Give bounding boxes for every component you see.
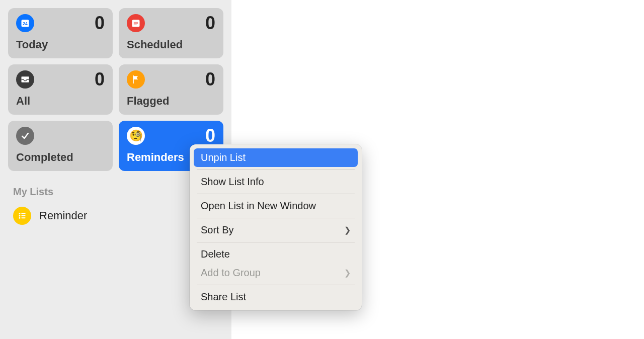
- card-label: Scheduled: [127, 38, 215, 51]
- menu-item-label: Unpin List: [201, 152, 246, 163]
- menu-item-delete[interactable]: Delete: [194, 245, 358, 264]
- list-bullet-icon: [13, 207, 31, 225]
- card-top: 24 0: [16, 14, 105, 32]
- menu-item-add-to-group: Add to Group ❯: [194, 264, 358, 282]
- chevron-right-icon: ❯: [344, 268, 351, 278]
- menu-item-sort-by[interactable]: Sort By ❯: [194, 221, 358, 239]
- card-label: Flagged: [127, 95, 215, 108]
- svg-point-9: [19, 215, 21, 217]
- svg-rect-3: [132, 20, 140, 27]
- card-label: All: [16, 95, 105, 108]
- context-menu: Unpin List Show List Info Open List in N…: [190, 144, 362, 310]
- card-top: 0: [16, 70, 105, 89]
- svg-rect-10: [21, 215, 25, 216]
- card-top: 0: [127, 14, 215, 32]
- menu-item-label: Open List in New Window: [201, 200, 316, 212]
- svg-rect-8: [21, 213, 25, 214]
- card-top: 🧐 0: [127, 127, 215, 145]
- card-count: 0: [205, 14, 215, 32]
- chevron-right-icon: ❯: [344, 225, 351, 235]
- menu-separator: [197, 194, 355, 194]
- list-item-label: Reminder: [39, 209, 87, 222]
- menu-separator: [197, 170, 355, 170]
- calendar-icon: [127, 14, 145, 32]
- menu-item-show-list-info[interactable]: Show List Info: [194, 173, 358, 191]
- menu-item-share-list[interactable]: Share List: [194, 288, 358, 306]
- flag-icon: [127, 70, 145, 89]
- card-top: 0: [127, 70, 215, 89]
- menu-item-label: Delete: [201, 248, 230, 260]
- menu-separator: [197, 285, 355, 285]
- svg-text:24: 24: [23, 21, 28, 26]
- card-completed[interactable]: Completed: [8, 121, 113, 171]
- svg-point-7: [19, 213, 21, 214]
- menu-item-unpin-list[interactable]: Unpin List: [194, 148, 358, 167]
- menu-item-label: Add to Group: [201, 267, 261, 279]
- menu-item-label: Sort By: [201, 224, 234, 236]
- card-count: 0: [205, 70, 215, 89]
- card-top: [16, 127, 105, 145]
- card-all[interactable]: 0 All: [8, 64, 113, 115]
- card-scheduled[interactable]: 0 Scheduled: [119, 8, 223, 58]
- menu-separator: [197, 242, 355, 242]
- card-count: 0: [205, 127, 215, 145]
- menu-item-open-new-window[interactable]: Open List in New Window: [194, 197, 358, 215]
- calendar-today-icon: 24: [16, 14, 34, 32]
- checkmark-icon: [16, 127, 34, 145]
- card-label: Completed: [16, 151, 105, 164]
- inbox-icon: [16, 70, 34, 89]
- card-today[interactable]: 24 0 Today: [8, 8, 113, 58]
- card-label: Today: [16, 38, 105, 51]
- menu-item-label: Share List: [201, 291, 246, 303]
- monocle-face-icon: 🧐: [127, 127, 145, 145]
- svg-point-11: [19, 217, 21, 219]
- svg-rect-12: [21, 217, 25, 218]
- card-count: 0: [95, 70, 105, 89]
- menu-item-label: Show List Info: [201, 176, 264, 188]
- card-count: 0: [95, 14, 105, 32]
- card-flagged[interactable]: 0 Flagged: [119, 64, 223, 115]
- menu-separator: [197, 218, 355, 218]
